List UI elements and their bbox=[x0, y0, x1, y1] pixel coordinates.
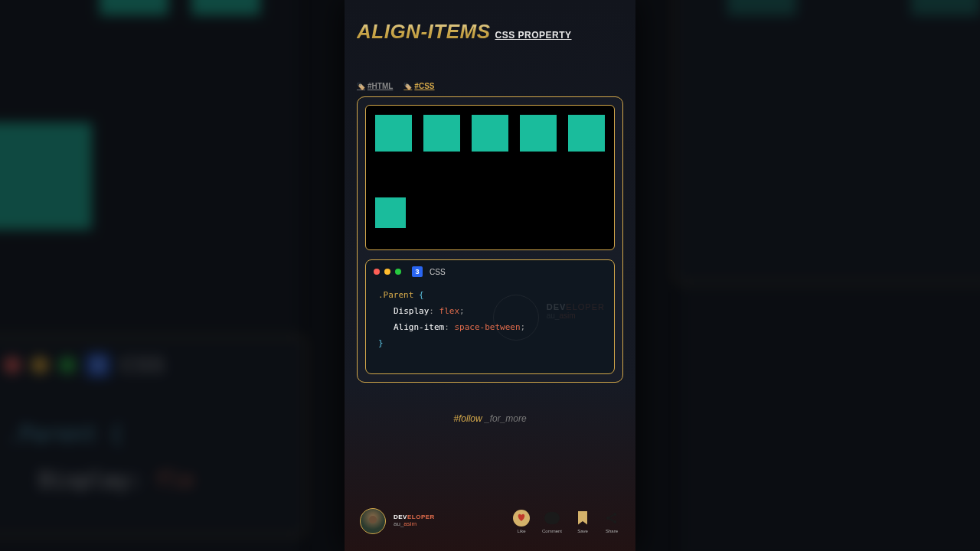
share-button[interactable]: Share bbox=[603, 510, 620, 533]
demo-box-6 bbox=[375, 197, 406, 228]
code-header: 3 CSS bbox=[366, 260, 614, 283]
window-close-icon bbox=[374, 269, 380, 275]
footer: DEVELOPER au_asim Like Comment Save bbox=[357, 502, 623, 543]
tab-css[interactable]: 🏷️ #CSS bbox=[403, 82, 434, 90]
window-maximize-icon bbox=[395, 269, 401, 275]
tag-icon: 🏷️ bbox=[357, 83, 365, 90]
author-info: DEVELOPER au_asim bbox=[394, 514, 435, 528]
svg-line-3 bbox=[609, 514, 614, 517]
demo-card: 3 CSS .Parent { Display: flex; Align-ite… bbox=[357, 96, 623, 383]
share-icon bbox=[604, 510, 619, 526]
tab-html[interactable]: 🏷️ #HTML bbox=[357, 82, 393, 90]
tag-icon: 🏷️ bbox=[403, 83, 412, 90]
demo-flex-container bbox=[365, 105, 615, 250]
demo-box-1 bbox=[375, 115, 412, 152]
svg-line-4 bbox=[609, 518, 614, 520]
code-editor: 3 CSS .Parent { Display: flex; Align-ite… bbox=[365, 259, 615, 374]
demo-box-5 bbox=[568, 115, 605, 152]
demo-box-3 bbox=[472, 115, 508, 152]
code-body: .Parent { Display: flex; Align-item: spa… bbox=[366, 283, 614, 357]
demo-box-2 bbox=[423, 115, 460, 152]
follow-hashtag: #follow _for_more bbox=[357, 413, 623, 424]
like-button[interactable]: Like bbox=[513, 510, 530, 533]
tabs: 🏷️ #HTML 🏷️ #CSS bbox=[357, 82, 623, 90]
heart-icon bbox=[513, 510, 530, 527]
comment-icon bbox=[544, 512, 560, 524]
content-panel: ALIGN-ITEMS CSS PROPERTY 🏷️ #HTML 🏷️ #CS… bbox=[345, 0, 635, 551]
window-minimize-icon bbox=[384, 269, 390, 275]
demo-box-4 bbox=[520, 115, 557, 152]
title-row: ALIGN-ITEMS CSS PROPERTY bbox=[357, 20, 623, 44]
title-main: ALIGN-ITEMS bbox=[357, 20, 491, 44]
css3-icon: 3 bbox=[412, 266, 423, 277]
comment-button[interactable]: Comment bbox=[542, 510, 562, 533]
save-button[interactable]: Save bbox=[574, 510, 591, 533]
code-lang-label: CSS bbox=[430, 268, 446, 276]
action-bar: Like Comment Save bbox=[513, 510, 620, 533]
bookmark-icon bbox=[578, 511, 587, 525]
avatar[interactable] bbox=[360, 508, 386, 534]
title-sub: CSS PROPERTY bbox=[495, 30, 572, 41]
